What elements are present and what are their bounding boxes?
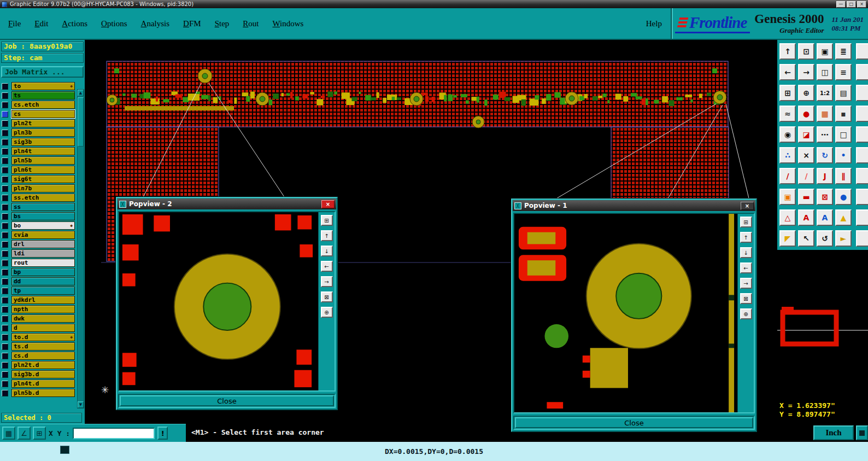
triangle-outline-tool-button[interactable]: △ bbox=[779, 209, 796, 226]
clipped-tool-button[interactable] bbox=[856, 230, 868, 247]
layer-checkbox-dd[interactable] bbox=[2, 278, 8, 285]
thin-line-tool-button[interactable]: / bbox=[798, 168, 814, 184]
layer-checkbox-bo[interactable] bbox=[2, 223, 8, 229]
contrast-fill-tool-button[interactable]: ◪ bbox=[798, 126, 814, 143]
layer-label-bs[interactable]: bs bbox=[11, 212, 75, 220]
layer-checkbox-d[interactable] bbox=[2, 325, 8, 331]
layer-checkbox-cs.etch[interactable] bbox=[2, 102, 8, 108]
center-point-tool-button[interactable]: ◉ bbox=[779, 126, 796, 143]
clipped-tool-button[interactable] bbox=[856, 85, 868, 101]
layer-label-ss[interactable]: ss bbox=[11, 203, 75, 211]
scroll-up-icon[interactable]: ▲ bbox=[78, 90, 84, 96]
job-matrix-button[interactable]: Job Matrix ... bbox=[1, 66, 84, 78]
layer-label-pln2t[interactable]: pln2t bbox=[11, 119, 75, 127]
layer-checkbox-dwk[interactable] bbox=[2, 316, 8, 322]
layer-label-ydkdrl[interactable]: ydkdrl bbox=[11, 296, 75, 304]
clipped-tool-button[interactable] bbox=[856, 209, 868, 226]
layer-checkbox-pln2t[interactable] bbox=[2, 120, 8, 127]
layer-label-dd[interactable]: dd bbox=[11, 277, 75, 285]
select-cursor-tool-button[interactable]: ◤ bbox=[779, 230, 796, 247]
menu-rout[interactable]: Rout bbox=[243, 19, 259, 28]
pan-right-tool-button[interactable]: → bbox=[798, 64, 814, 80]
small-symbol-tool-button[interactable]: ▪ bbox=[835, 106, 852, 122]
layer-checkbox-pln5b[interactable] bbox=[2, 157, 8, 164]
grid-toggle-tool-button[interactable]: ▤ bbox=[835, 85, 852, 101]
pv-zoom-window-button[interactable]: ⊞ bbox=[321, 215, 333, 226]
layer-checkbox-ydkdrl[interactable] bbox=[2, 297, 8, 304]
rotate-feature-tool-button[interactable]: ↻ bbox=[817, 147, 833, 164]
pan-left-tool-button[interactable]: ← bbox=[779, 64, 796, 80]
layer-label-dwk[interactable]: dwk bbox=[11, 314, 75, 323]
zoom-center-tool-button[interactable]: ⊕ bbox=[798, 85, 814, 101]
scroll-thumb[interactable] bbox=[78, 97, 84, 147]
layer-label-cs[interactable]: cs bbox=[11, 110, 75, 118]
pv-zoom-window-button[interactable]: ⊞ bbox=[740, 217, 752, 227]
red-text-tool-button[interactable]: A bbox=[798, 209, 814, 226]
layer-checkbox-sig3b[interactable] bbox=[2, 139, 8, 145]
frame-tool-button[interactable]: □ bbox=[835, 126, 852, 143]
layer-scrollbar[interactable]: ▲ ▼ bbox=[77, 89, 84, 409]
layer-checkbox-pln7b[interactable] bbox=[2, 185, 8, 192]
warning-triangle-tool-button[interactable]: ▲ bbox=[835, 209, 852, 226]
delete-feature-tool-button[interactable]: × bbox=[798, 147, 814, 164]
popview-1-close-button[interactable]: Close bbox=[515, 417, 753, 428]
pv-zoom-out-button[interactable]: ⊠ bbox=[321, 291, 333, 302]
popview-2-titlebar[interactable]: ╳ Popview - 2 × bbox=[118, 199, 336, 209]
clipped-tool-button[interactable] bbox=[856, 106, 868, 122]
scroll-down-icon[interactable]: ▼ bbox=[78, 401, 84, 408]
clipped-tool-button[interactable] bbox=[856, 126, 868, 143]
clipped-tool-button[interactable] bbox=[856, 147, 868, 164]
pv-pan-down-button[interactable]: ↓ bbox=[740, 247, 752, 258]
layer-checkbox-rout[interactable] bbox=[2, 260, 8, 266]
menu-windows[interactable]: Windows bbox=[272, 19, 303, 28]
menu-dfm[interactable]: DFM bbox=[183, 19, 201, 28]
menu-help[interactable]: Help bbox=[637, 8, 671, 39]
pv-pan-right-button[interactable]: → bbox=[321, 276, 333, 287]
add-pad-tool-button[interactable]: ▣ bbox=[779, 189, 796, 205]
redraw-screen-tool-button[interactable]: ⊡ bbox=[798, 43, 814, 60]
layer-checkbox-ss.etch[interactable] bbox=[2, 195, 8, 201]
add-point-tool-button[interactable]: • bbox=[835, 147, 852, 164]
layer-label-cs.d[interactable]: cs.d bbox=[11, 352, 75, 360]
layer-checkbox-pln3b[interactable] bbox=[2, 130, 8, 136]
layer-label-to.d[interactable]: to.d◆ bbox=[11, 333, 75, 341]
layer-label-pln3b[interactable]: pln3b bbox=[11, 129, 75, 137]
layer-checkbox-ss[interactable] bbox=[2, 204, 8, 211]
popview-2-canvas[interactable] bbox=[119, 212, 318, 390]
layer-checkbox-cs[interactable] bbox=[2, 111, 8, 118]
layer-label-rout[interactable]: rout bbox=[11, 259, 75, 267]
net-points-tool-button[interactable]: ∴ bbox=[779, 147, 796, 164]
layer-label-pln2t.d[interactable]: pln2t.d bbox=[11, 361, 75, 369]
arc-tool-button[interactable]: J bbox=[817, 168, 833, 184]
layer-label-npth[interactable]: npth bbox=[11, 305, 75, 313]
side-view-tool-button[interactable]: ◫ bbox=[817, 64, 833, 80]
layer-checkbox-cs.d[interactable] bbox=[2, 353, 8, 359]
popview-1-titlebar[interactable]: ╳ Popview - 1 × bbox=[513, 200, 755, 211]
pv-pan-down-button[interactable]: ↓ bbox=[321, 246, 333, 256]
layer-checkbox-ts.d[interactable] bbox=[2, 343, 8, 350]
layer-label-sig3b[interactable]: sig3b bbox=[11, 138, 75, 146]
zoom-window-tool-button[interactable]: ⊞ bbox=[779, 85, 796, 101]
pv-zoom-center-button[interactable]: ⊕ bbox=[321, 307, 333, 318]
layer-checkbox-to[interactable] bbox=[2, 83, 8, 90]
pv-pan-left-button[interactable]: ← bbox=[740, 262, 752, 273]
close-button[interactable]: × bbox=[857, 1, 866, 8]
clipped-tool-button[interactable] bbox=[856, 64, 868, 80]
parallel-lines-tool-button[interactable]: ∥ bbox=[835, 168, 852, 184]
menu-edit[interactable]: Edit bbox=[34, 19, 48, 28]
menu-step[interactable]: Step bbox=[215, 19, 230, 28]
clipped-tool-button[interactable] bbox=[856, 43, 868, 60]
pick-cursor-tool-button[interactable]: ↖ bbox=[798, 230, 814, 247]
cascade-view-tool-button[interactable]: ▣ bbox=[817, 43, 833, 60]
layer-label-sig3b.d[interactable]: sig3b.d bbox=[11, 370, 75, 378]
layer-checkbox-sig3b.d[interactable] bbox=[2, 371, 8, 378]
alert-button[interactable]: ! bbox=[157, 427, 168, 440]
pv-pan-right-button[interactable]: → bbox=[740, 278, 752, 289]
add-via-tool-button[interactable]: ● bbox=[835, 189, 852, 205]
layer-checkbox-pln4t.d[interactable] bbox=[2, 381, 8, 387]
pv-pan-left-button[interactable]: ← bbox=[321, 261, 333, 272]
layer-label-tp[interactable]: tp bbox=[11, 287, 75, 295]
layer-checkbox-pln6t[interactable] bbox=[2, 167, 8, 173]
layer-checkbox-ldi[interactable] bbox=[2, 250, 8, 257]
grid-snap-button[interactable]: ▦ bbox=[2, 427, 15, 440]
